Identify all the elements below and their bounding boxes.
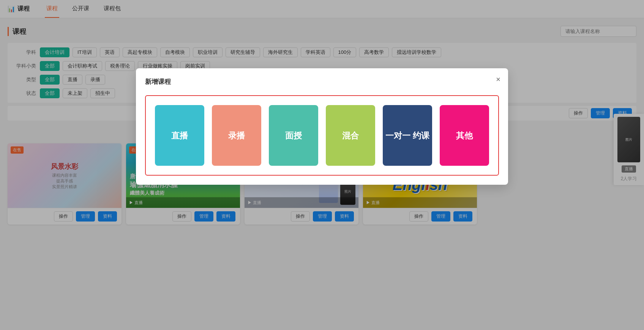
type-card-mixed[interactable]: 混合 [326, 105, 375, 166]
modal-overlay: 新增课程 × 直播 录播 面授 混合 一对一 约课 其他 [0, 0, 644, 232]
modal-title: 新增课程 [145, 77, 499, 86]
type-card-recorded[interactable]: 录播 [212, 105, 261, 166]
type-card-oneone[interactable]: 一对一 约课 [383, 105, 432, 166]
modal-close-button[interactable]: × [496, 75, 500, 84]
modal-type-cards-container: 直播 录播 面授 混合 一对一 约课 其他 [145, 95, 499, 176]
type-card-inperson[interactable]: 面授 [269, 105, 318, 166]
type-card-live[interactable]: 直播 [155, 105, 204, 166]
modal-add-course: 新增课程 × 直播 录播 面授 混合 一对一 约课 其他 [136, 68, 508, 185]
type-card-other[interactable]: 其他 [440, 105, 489, 166]
